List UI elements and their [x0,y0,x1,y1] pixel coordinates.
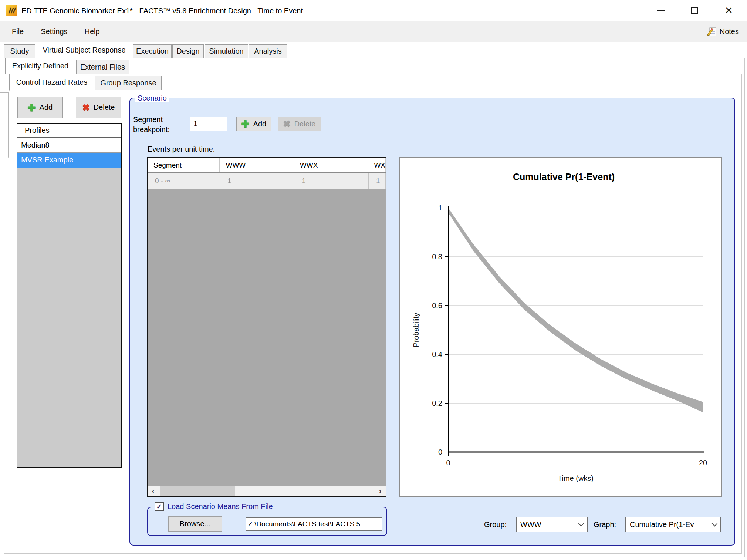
load-scenario-groupbox: ✓ Load Scenario Means From File Browse..… [147,507,387,536]
delete-icon: ✖ [283,119,291,128]
add-profile-button[interactable]: ✚ Add [17,97,63,118]
events-table-hscrollbar[interactable]: ‹ › [148,486,386,496]
column-header-wwx: WWX [294,158,368,172]
menu-settings[interactable]: Settings [41,27,67,36]
tab-analysis[interactable]: Analysis [249,44,287,58]
svg-text:0.8: 0.8 [432,253,442,261]
segment-delete-button[interactable]: ✖ Delete [278,117,321,131]
hazard-tabstrip: Control Hazard RatesGroup Response [9,74,162,90]
browse-button[interactable]: Browse... [168,516,222,532]
graph-dropdown[interactable]: Cumulative Pr(1-Ev [625,517,721,532]
chevron-down-icon [712,520,718,526]
window-title: ED TTE Genomic Biomarker Ex1* - FACTS™ v… [21,0,303,21]
delete-profile-button[interactable]: ✖ Delete [76,97,121,118]
scenario-groupbox: Scenario Segment breakpoint: 1 ✚ Add ✖ D… [129,98,735,546]
tab-group-response[interactable]: Group Response [95,76,162,90]
events-table-header: SegmentWWWWWXWX [148,158,386,173]
table-cell[interactable]: 1 [294,173,369,189]
scenario-file-path-field[interactable]: Z:\Documents\FACTS test\FACTS 5 [246,517,382,531]
menu-file[interactable]: File [12,27,24,36]
close-button[interactable]: ✕ [717,0,741,21]
tab-study[interactable]: Study [4,44,35,58]
scenario-caption: Scenario [135,94,169,102]
titlebar: ED TTE Genomic Biomarker Ex1* - FACTS™ v… [0,0,747,21]
response-tabstrip: Explicitly DefinedExternal Files [5,58,129,74]
svg-text:Time (wks): Time (wks) [558,474,594,482]
table-cell[interactable]: 0 - ∞ [148,173,220,189]
chevron-down-icon [578,520,584,526]
app-icon [6,5,17,16]
svg-text:Probability: Probability [412,313,420,347]
svg-text:20: 20 [699,459,707,467]
notes-icon [707,27,717,37]
svg-text:0.4: 0.4 [432,350,442,358]
profile-item-mvsr-example[interactable]: MVSR Example [17,153,121,168]
group-label: Group: [484,517,507,532]
events-per-unit-time-label: Events per unit time: [148,145,215,154]
survival-chart: 00.20.40.60.81020Time (wks)ProbabilityCu… [399,157,722,497]
scroll-right-icon[interactable]: › [375,486,386,496]
column-header-wx: WX [368,158,386,172]
add-icon: ✚ [241,119,250,129]
maximize-button[interactable] [683,0,706,21]
svg-text:1: 1 [438,204,442,212]
tab-external-files[interactable]: External Files [76,60,129,74]
graph-label: Graph: [594,517,616,532]
svg-text:0: 0 [438,448,442,456]
svg-text:0.6: 0.6 [432,301,442,310]
table-row: 0 - ∞111 [148,173,386,189]
notes-button[interactable]: Notes [707,21,739,42]
profile-item-median8[interactable]: Median8 [17,138,121,153]
tab-explicitly-defined[interactable]: Explicitly Defined [5,58,75,74]
table-cell[interactable]: 1 [220,173,294,189]
svg-text:Cumulative Pr(1-Event): Cumulative Pr(1-Event) [513,172,615,182]
scrollbar-thumb[interactable] [160,486,235,496]
menu-help[interactable]: Help [85,27,100,36]
group-dropdown[interactable]: WWW [516,517,588,532]
add-icon: ✚ [28,103,36,112]
table-cell[interactable]: 1 [369,173,386,189]
events-table: SegmentWWWWWXWX 0 - ∞111 ‹ › [147,157,386,497]
minimize-button[interactable] [649,0,673,21]
svg-text:0: 0 [446,459,450,467]
profiles-list-header: Profiles [17,124,121,138]
profiles-list: Profiles Median8MVSR Example [17,123,122,468]
menubar: FileSettingsHelp Notes [0,21,747,42]
maximize-icon [691,7,698,14]
scroll-left-icon[interactable]: ‹ [148,486,159,496]
minimize-icon [657,10,665,11]
segment-breakpoint-label: Segment breakpoint: [133,115,170,135]
tab-simulation[interactable]: Simulation [205,44,248,58]
segment-add-button[interactable]: ✚ Add [236,117,271,131]
svg-text:0.2: 0.2 [432,399,442,407]
column-header-segment: Segment [148,158,220,172]
tab-execution[interactable]: Execution [133,44,172,58]
tab-control-hazard-rates[interactable]: Control Hazard Rates [9,74,94,91]
tab-virtual-subject-response[interactable]: Virtual Subject Response [36,42,132,58]
tab-design[interactable]: Design [172,44,204,58]
main-tabstrip: StudyVirtual Subject ResponseExecutionDe… [4,42,287,58]
load-scenario-caption: ✓ Load Scenario Means From File [152,502,275,511]
segment-breakpoint-input[interactable]: 1 [190,117,227,131]
collapsed-side-panel[interactable] [0,92,9,158]
load-scenario-checkbox[interactable]: ✓ [155,502,164,511]
delete-icon: ✖ [82,103,90,112]
column-header-www: WWW [220,158,294,172]
close-icon: ✕ [725,6,733,15]
